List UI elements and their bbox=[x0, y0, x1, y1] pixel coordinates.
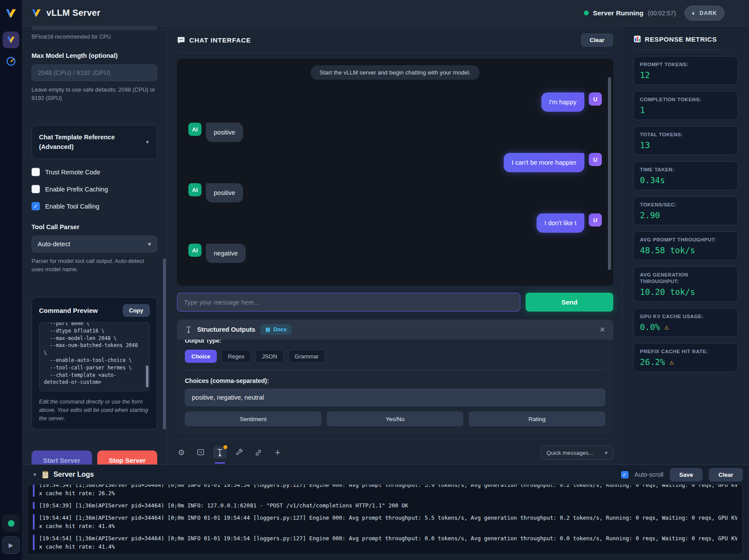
metric-number: 0.0% bbox=[640, 322, 660, 332]
max-model-length-input[interactable]: 2048 (CPU) / 8192 (GPU) bbox=[32, 64, 157, 81]
preset-sentiment-button[interactable]: Sentiment bbox=[185, 411, 322, 426]
checkbox-unchecked-icon bbox=[32, 185, 40, 193]
message-input[interactable]: Type your message here... bbox=[177, 293, 520, 312]
tool-call-parser-select[interactable]: Auto-detect ▾ bbox=[32, 236, 157, 252]
brand: vLLM Server bbox=[31, 7, 100, 19]
metric-value: 10.20 tok/s bbox=[640, 287, 731, 297]
max-model-length-help: Leave empty to use safe defaults: 2048 (… bbox=[32, 85, 157, 102]
output-type-json[interactable]: JSON bbox=[255, 350, 284, 363]
chat-messages: Start the vLLM server and begin chatting… bbox=[177, 59, 613, 286]
play-icon: ▶ bbox=[9, 542, 14, 549]
run-button[interactable]: ▶ bbox=[2, 536, 20, 554]
command-preview-note: Edit the command directly or use the for… bbox=[39, 397, 150, 422]
dtype-select-clipped[interactable] bbox=[32, 26, 157, 30]
metric-card-gpu-kv-cache-usage: GPU KV CACHE USAGE: 0.0% ⚠ bbox=[633, 308, 738, 337]
system-prompt-icon[interactable] bbox=[196, 448, 205, 457]
send-button[interactable]: Send bbox=[526, 293, 613, 312]
divider bbox=[185, 370, 605, 370]
command-text: --port 8000 \ --dtype bfloat16 \ --max-m… bbox=[44, 322, 145, 386]
command-preview-header: Command Preview Copy bbox=[39, 304, 150, 317]
output-type-regex[interactable]: Regex bbox=[221, 350, 251, 363]
add-plus-icon[interactable]: + bbox=[273, 448, 282, 457]
config-scrollbar-thumb[interactable] bbox=[163, 259, 166, 429]
autoscroll-label: Auto-scroll bbox=[635, 471, 664, 478]
chat-panel: CHAT INTERFACE Clear Start the vLLM serv… bbox=[167, 26, 622, 464]
preset-yesno-button[interactable]: Yes/No bbox=[327, 411, 463, 426]
sidebar-item-server[interactable] bbox=[3, 32, 19, 48]
warning-icon: ⚠ bbox=[669, 358, 674, 366]
ai-avatar: AI bbox=[188, 183, 201, 196]
collapse-caret-icon[interactable]: ▼ bbox=[32, 472, 37, 477]
chat-toolbar: ⚙ + bbox=[177, 439, 613, 460]
metric-label: AVG GENERATION THROUGHPUT: bbox=[640, 272, 714, 285]
output-type-choice[interactable]: Choice bbox=[185, 350, 217, 363]
command-preview-title: Command Preview bbox=[39, 307, 98, 314]
chat-message-user: I'm happy U bbox=[188, 92, 602, 112]
output-type-grammar[interactable]: Grammar bbox=[288, 350, 325, 363]
choices-label: Choices (comma-separated): bbox=[185, 377, 605, 384]
tools-wrench-icon[interactable] bbox=[235, 448, 244, 457]
book-icon bbox=[265, 327, 271, 333]
server-buttons-row: Start Server Stop Server bbox=[32, 450, 157, 464]
metric-value: 26.2% ⚠ bbox=[640, 357, 731, 367]
output-type-label: Output Type: bbox=[185, 340, 605, 344]
log-line: [19:54:39] [1;36m(APIServer pid=34464) [… bbox=[39, 501, 737, 510]
logs-save-button[interactable]: Save bbox=[670, 468, 703, 482]
chat-scrollbar-thumb[interactable] bbox=[608, 77, 611, 270]
autoscroll-checkbox[interactable]: ✓ bbox=[621, 471, 629, 478]
structured-outputs-icon[interactable] bbox=[213, 446, 226, 459]
user-message-bubble: I'm happy bbox=[541, 92, 584, 112]
metric-label: PROMPT TOKENS: bbox=[640, 61, 731, 68]
content-row: BFloat16 recommended for CPU Max Model L… bbox=[22, 26, 749, 464]
metric-card-tokens-per-sec: TOKENS/SEC: 2.90 bbox=[633, 196, 738, 225]
metric-card-avg-prompt-throughput: AVG PROMPT THROUGHPUT: 48.58 tok/s bbox=[633, 231, 738, 260]
metric-card-avg-generation-throughput: AVG GENERATION THROUGHPUT: 10.20 tok/s bbox=[633, 266, 738, 302]
ai-message-bubble: positive bbox=[206, 183, 243, 202]
log-line: [19:54:54] [1;36m(APIServer pid=34464) [… bbox=[39, 534, 737, 542]
command-preview-code[interactable]: --port 8000 \ --dtype bfloat16 \ --max-m… bbox=[39, 322, 150, 391]
code-scrollbar-thumb[interactable] bbox=[146, 365, 148, 387]
log-entry: [19:54:54] [1;36m(APIServer pid=34464) [… bbox=[33, 534, 737, 551]
log-line: [19:54:34] [1;36m(APIServer pid=34464) [… bbox=[39, 484, 737, 489]
settings-gear-icon[interactable]: ⚙ bbox=[177, 448, 186, 457]
logs-clear-button[interactable]: Clear bbox=[709, 468, 743, 482]
server-logs-controls: ✓ Auto-scroll Save Clear bbox=[621, 468, 743, 482]
metric-value: 13 bbox=[640, 140, 731, 150]
quick-messages-select[interactable]: Quick messages... ▾ bbox=[541, 446, 613, 460]
server-uptime: (00:02:57) bbox=[648, 10, 676, 17]
theme-toggle-button[interactable]: ◐ DARK bbox=[685, 6, 724, 21]
user-message-bubble: I can't be more happier bbox=[504, 153, 584, 172]
metric-value: 1 bbox=[640, 105, 731, 115]
start-server-button[interactable]: Start Server bbox=[32, 450, 92, 464]
log-entry: [19:54:34] [1;36m(APIServer pid=34464) [… bbox=[33, 484, 737, 497]
server-logs-title: Server Logs bbox=[53, 471, 94, 478]
chat-template-reference-toggle[interactable]: Chat Template Reference (Advanced) ▼ bbox=[32, 125, 157, 159]
metric-value: 48.58 tok/s bbox=[640, 245, 731, 255]
chat-input-row: Type your message here... Send bbox=[177, 293, 613, 312]
chevron-down-icon: ▾ bbox=[148, 241, 151, 248]
chevron-down-icon: ▾ bbox=[604, 450, 608, 456]
chat-message-user: I don't like t U bbox=[188, 213, 602, 233]
sidebar-item-dashboard[interactable] bbox=[6, 56, 16, 67]
server-logs-output[interactable]: [19:54:34] [1;36m(APIServer pid=34464) [… bbox=[27, 484, 743, 555]
enable-tool-calling-checkbox[interactable]: ✓ Enable Tool Calling bbox=[32, 202, 157, 210]
response-metrics-panel: RESPONSE METRICS PROMPT TOKENS: 12 COMPL… bbox=[622, 26, 749, 464]
enable-prefix-caching-checkbox[interactable]: Enable Prefix Caching bbox=[32, 185, 157, 193]
app-title: vLLM Server bbox=[46, 8, 100, 18]
docs-button[interactable]: Docs bbox=[260, 324, 292, 335]
chat-clear-button[interactable]: Clear bbox=[581, 33, 613, 47]
chat-message-ai: AI positive bbox=[188, 123, 602, 142]
gauge-icon bbox=[6, 56, 16, 67]
metric-value: 0.34s bbox=[640, 175, 731, 185]
stop-server-button[interactable]: Stop Server bbox=[97, 450, 158, 464]
structured-outputs-body: Output Type: Choice Regex JSON Grammar C… bbox=[177, 340, 613, 433]
link-icon[interactable] bbox=[254, 448, 263, 457]
copy-button[interactable]: Copy bbox=[123, 304, 150, 317]
close-icon[interactable]: ✕ bbox=[600, 326, 605, 334]
preset-rating-button[interactable]: Rating bbox=[469, 411, 605, 426]
choices-input[interactable]: positive, negative, neutral bbox=[185, 389, 605, 406]
active-underline bbox=[215, 462, 225, 464]
rail-status-indicator bbox=[2, 514, 20, 532]
trust-remote-code-checkbox[interactable]: Trust Remote Code bbox=[32, 168, 157, 176]
metric-label: PREFIX CACHE HIT RATE: bbox=[640, 348, 731, 355]
